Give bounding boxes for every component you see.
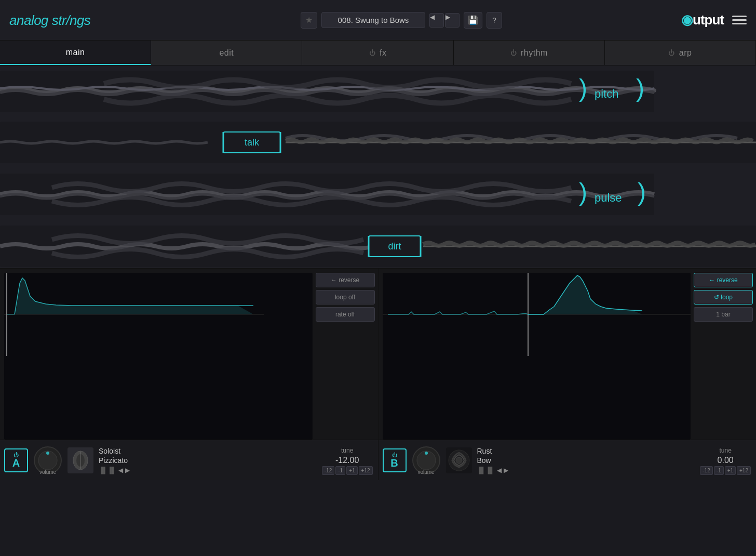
strings-section: ) pitch ) talk ) pulse ) xyxy=(0,65,756,268)
tab-arp[interactable]: ⏻ arp xyxy=(605,41,756,65)
tune-a-minus1[interactable]: -1 xyxy=(335,466,345,475)
tab-main[interactable]: main xyxy=(0,41,151,65)
tab-arp-label: arp xyxy=(679,48,692,58)
output-logo: ◉utput xyxy=(643,12,747,28)
channel-a: ← reverse loop off rate off ⏻ A volume xyxy=(0,269,379,480)
channel-a-instrument-name: Soloist Pizzicato xyxy=(99,446,317,465)
tune-a-plus12[interactable]: +12 xyxy=(359,466,373,475)
channel-a-instrument-thumb xyxy=(68,447,93,473)
nav-tabs: main edit ⏻ fx ⏻ rhythm ⏻ arp xyxy=(0,41,756,65)
channel-a-waveform[interactable] xyxy=(4,273,313,440)
tune-b-plus12[interactable]: +12 xyxy=(737,466,751,475)
channel-a-tune-label: tune xyxy=(341,447,353,454)
bottom-section: ← reverse loop off rate off ⏻ A volume xyxy=(0,268,756,480)
svg-point-26 xyxy=(456,457,462,464)
channel-b: ← reverse ↺ loop 1 bar ⏻ B volume xyxy=(379,269,757,480)
hamburger-line-2 xyxy=(732,19,747,21)
string-talk[interactable] xyxy=(0,122,756,163)
channel-a-instrument-controls: ▐▌▐▌ ◀ ▶ xyxy=(99,467,317,474)
pitch-bracket-close: ) xyxy=(636,74,644,102)
tune-b-plus1[interactable]: +1 xyxy=(725,466,736,475)
tab-edit-label: edit xyxy=(219,48,234,58)
channel-a-instrument-info: Soloist Pizzicato ▐▌▐▌ ◀ ▶ xyxy=(99,446,317,474)
preset-next-button[interactable]: ▶ xyxy=(445,13,460,28)
channel-a-reverse-button[interactable]: ← reverse xyxy=(316,273,375,287)
channel-a-label: A xyxy=(12,458,20,468)
talk-label-text: talk xyxy=(245,137,260,148)
waveform-b-svg xyxy=(383,273,691,440)
channel-b-buttons: ← reverse ↺ loop 1 bar xyxy=(694,269,756,440)
pulse-label-text: pulse xyxy=(595,191,622,204)
rhythm-power-icon: ⏻ xyxy=(510,49,517,57)
dirt-label-text: dirt xyxy=(388,241,401,251)
channel-b-power-button[interactable]: ⏻ B xyxy=(383,448,407,472)
strings-svg: ) pitch ) talk ) pulse ) xyxy=(0,65,756,268)
instrument-a-icon xyxy=(68,447,93,473)
channel-b-tune: tune 0.00 -12 -1 +1 +12 xyxy=(700,445,751,475)
channel-a-volume-label: volume xyxy=(39,469,56,475)
tab-main-label: main xyxy=(66,48,85,57)
channel-b-instrument-thumb xyxy=(446,447,472,473)
bars-icon-a: ▐▌▐▌ xyxy=(99,467,116,474)
save-button[interactable]: 💾 xyxy=(464,12,482,29)
preset-name: 008. Swung to Bows xyxy=(321,12,425,28)
channel-b-tune-buttons: -12 -1 +1 +12 xyxy=(700,466,751,475)
waveform-a-svg xyxy=(4,273,313,440)
channel-b-label: B xyxy=(390,458,398,468)
channel-a-tune: tune -12.00 -12 -1 +1 +12 xyxy=(322,445,373,475)
channel-b-instrument-name: Rust Bow xyxy=(477,446,695,465)
svg-rect-18 xyxy=(383,273,691,440)
output-logo-text: ◉utput xyxy=(681,12,724,28)
channel-a-buttons: ← reverse loop off rate off xyxy=(316,269,378,440)
channel-a-loop-button[interactable]: loop off xyxy=(316,290,375,305)
channel-b-loop-button[interactable]: ↺ loop xyxy=(694,290,753,305)
channel-b-instrument-info: Rust Bow ▐▌▐▌ ◀ ▶ xyxy=(477,446,695,474)
favorite-button[interactable]: ★ xyxy=(301,12,317,29)
header: analog str/ngs ★ 008. Swung to Bows ◀ ▶ … xyxy=(0,0,756,41)
tune-b-minus1[interactable]: -1 xyxy=(714,466,724,475)
channel-b-reverse-button[interactable]: ← reverse xyxy=(694,273,753,287)
tune-b-minus12[interactable]: -12 xyxy=(700,466,712,475)
instrument-b-next-button[interactable]: ▶ xyxy=(504,467,508,474)
tab-rhythm[interactable]: ⏻ rhythm xyxy=(454,41,605,65)
tune-a-plus1[interactable]: +1 xyxy=(346,466,357,475)
channel-b-tune-label: tune xyxy=(719,447,731,454)
preset-prev-button[interactable]: ◀ xyxy=(429,13,444,28)
tab-fx-label: fx xyxy=(380,48,386,58)
tab-rhythm-label: rhythm xyxy=(521,48,548,58)
hamburger-line-1 xyxy=(732,16,747,17)
channel-b-waveform[interactable] xyxy=(383,273,691,440)
instrument-a-prev-button[interactable]: ◀ xyxy=(118,467,123,474)
menu-button[interactable] xyxy=(732,16,747,24)
bars-icon-b: ▐▌▐▌ xyxy=(477,467,495,474)
channel-b-volume-label: volume xyxy=(417,469,434,475)
tab-edit[interactable]: edit xyxy=(151,41,302,65)
channel-b-bar-button[interactable]: 1 bar xyxy=(694,307,753,322)
svg-point-13 xyxy=(46,452,49,455)
channel-b-info: ⏻ B volume xyxy=(379,440,757,480)
pitch-bracket-open: ) xyxy=(579,74,587,102)
channel-b-volume[interactable]: volume xyxy=(412,446,441,475)
channel-a-tune-value: -12.00 xyxy=(322,456,373,465)
arp-power-icon: ⏻ xyxy=(668,49,675,57)
channel-a-tune-buttons: -12 -1 +1 +12 xyxy=(322,466,373,475)
channel-a-volume[interactable]: volume xyxy=(33,446,62,475)
tab-fx[interactable]: ⏻ fx xyxy=(302,41,453,65)
pulse-bracket-open: ) xyxy=(579,178,587,206)
string-pitch[interactable] xyxy=(0,71,654,112)
channel-a-rate-button[interactable]: rate off xyxy=(316,307,375,322)
help-button[interactable]: ? xyxy=(487,12,502,29)
preset-bar: ★ 008. Swung to Bows ◀ ▶ 💾 ? xyxy=(160,12,643,29)
pitch-label: pitch xyxy=(595,87,618,100)
string-pulse[interactable] xyxy=(0,174,654,215)
pulse-bracket-close: ) xyxy=(638,178,646,206)
svg-rect-8 xyxy=(4,273,313,440)
tune-a-minus12[interactable]: -12 xyxy=(322,466,334,475)
channel-b-tune-value: 0.00 xyxy=(700,456,751,465)
hamburger-line-3 xyxy=(732,23,747,24)
instrument-b-prev-button[interactable]: ◀ xyxy=(497,467,502,474)
channel-a-info: ⏻ A volume xyxy=(0,440,378,480)
instrument-a-next-button[interactable]: ▶ xyxy=(125,467,130,474)
channel-a-power-button[interactable]: ⏻ A xyxy=(4,448,28,472)
app-logo: analog str/ngs xyxy=(9,12,160,29)
